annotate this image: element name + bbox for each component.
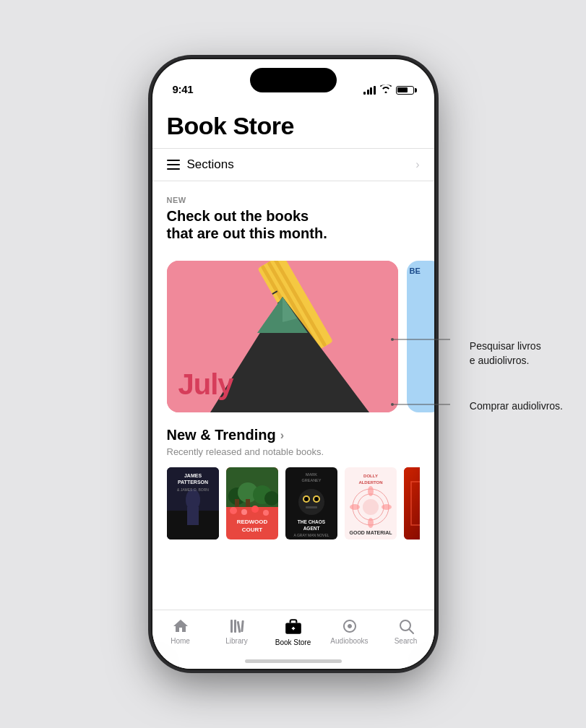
annotations-container: Pesquisar livros e audiolivros. Comprar …: [470, 339, 563, 414]
featured-card-july[interactable]: July: [167, 261, 398, 412]
annotation-text-2: Comprar audiolivros.: [470, 400, 563, 412]
svg-point-55: [350, 504, 360, 510]
svg-point-52: [363, 499, 379, 515]
annotation-text-1a: Pesquisar livros: [470, 339, 563, 354]
tab-library-label: Library: [225, 637, 248, 645]
svg-point-54: [368, 518, 374, 528]
svg-text:A GRAY MAN NOVEL: A GRAY MAN NOVEL: [293, 533, 329, 537]
book-cover-2[interactable]: REDWOOD COURT: [226, 467, 278, 540]
trending-subtitle: Recently released and notable books.: [167, 446, 420, 457]
featured-section: NEW Check out the booksthat are out this…: [152, 181, 434, 261]
svg-point-68: [348, 625, 350, 628]
library-icon: [228, 618, 246, 635]
tab-audiobooks-label: Audiobooks: [330, 637, 368, 645]
tab-search-label: Search: [395, 637, 418, 645]
book-cover-5[interactable]: [404, 467, 420, 540]
hamburger-icon: [167, 160, 180, 170]
svg-rect-28: [246, 499, 250, 507]
book-cover-3[interactable]: MARK GREANEY THE CHAOS AGENT A GRAY MAN: [285, 467, 337, 540]
featured-tag: NEW: [167, 196, 420, 204]
wifi-icon: [380, 84, 392, 95]
audiobooks-icon: [341, 618, 358, 635]
bookstore-icon: [284, 618, 303, 636]
svg-point-32: [263, 510, 269, 516]
search-icon: [397, 618, 415, 635]
sections-chevron-icon: ›: [415, 158, 419, 171]
svg-rect-59: [404, 467, 420, 540]
svg-text:DOLLY: DOLLY: [363, 474, 378, 478]
svg-rect-43: [306, 506, 317, 508]
svg-point-29: [230, 507, 237, 514]
signal-icon: [363, 86, 376, 95]
svg-rect-27: [235, 499, 239, 507]
sections-row[interactable]: Sections ›: [152, 148, 434, 181]
second-card-tag: BE: [410, 266, 434, 275]
svg-point-38: [298, 489, 324, 515]
sections-label: Sections: [187, 157, 234, 172]
svg-text:GREANEY: GREANEY: [301, 478, 321, 482]
svg-text:PATTERSON: PATTERSON: [177, 480, 207, 485]
svg-point-30: [241, 509, 247, 515]
svg-rect-17: [187, 507, 199, 525]
svg-text:COURT: COURT: [241, 526, 262, 533]
featured-card-month-label: July: [178, 368, 233, 401]
annotation-text-1b: e audiolivros.: [470, 354, 563, 368]
page-header: Book Store: [152, 101, 434, 145]
trending-title: New & Trending: [167, 427, 276, 443]
battery-icon: [396, 86, 414, 95]
tab-bookstore[interactable]: Book Store: [268, 618, 319, 646]
trending-section: New & Trending › Recently released and n…: [152, 412, 434, 548]
home-icon: [172, 618, 189, 635]
svg-text:& JAMES O. BORN: & JAMES O. BORN: [177, 488, 209, 492]
svg-text:REDWOOD: REDWOOD: [236, 519, 267, 525]
svg-rect-64: [241, 620, 244, 632]
trending-header: New & Trending ›: [167, 427, 420, 443]
home-indicator: [245, 659, 342, 663]
svg-text:ALDERTON: ALDERTON: [358, 480, 382, 485]
status-icons: [363, 84, 414, 95]
svg-point-56: [382, 504, 392, 510]
trending-chevron-icon: ›: [280, 429, 284, 442]
svg-point-42: [314, 497, 319, 501]
tab-home[interactable]: Home: [155, 618, 206, 645]
tab-bookstore-label: Book Store: [275, 638, 311, 646]
svg-line-70: [409, 630, 413, 634]
annotation-2: Comprar audiolivros.: [470, 399, 563, 414]
sections-left: Sections: [167, 157, 234, 172]
card-carousel: July BE: [152, 261, 434, 412]
svg-rect-61: [230, 620, 233, 633]
page-title: Book Store: [167, 113, 420, 139]
tab-audiobooks[interactable]: Audiobooks: [324, 618, 375, 645]
dynamic-island: [250, 68, 337, 92]
tab-search[interactable]: Search: [381, 618, 431, 645]
tab-library[interactable]: Library: [212, 618, 262, 645]
book-cover-4[interactable]: DOLLY ALDERTON GOOD MATERIAL: [345, 467, 397, 540]
tab-home-label: Home: [171, 637, 190, 645]
svg-text:GOOD MATERIAL: GOOD MATERIAL: [349, 530, 392, 535]
book-cover-1[interactable]: JAMES PATTERSON & JAMES O. BORN: [167, 467, 219, 540]
featured-title: Check out the booksthat are out this mon…: [167, 207, 420, 242]
phone-frame: 9:41: [152, 59, 434, 669]
svg-text:AGENT: AGENT: [303, 526, 319, 531]
status-time: 9:41: [173, 83, 194, 95]
svg-text:JAMES: JAMES: [184, 473, 201, 478]
svg-rect-63: [236, 621, 241, 633]
svg-rect-62: [234, 620, 236, 633]
annotation-1: Pesquisar livros e audiolivros.: [470, 339, 563, 368]
svg-point-41: [304, 497, 309, 501]
svg-text:MARK: MARK: [306, 472, 317, 477]
featured-card-second[interactable]: BE: [407, 261, 434, 412]
book-covers-row: JAMES PATTERSON & JAMES O. BORN: [167, 467, 420, 540]
app-content: Book Store Sections › NEW Check out the …: [152, 101, 434, 610]
svg-point-31: [251, 506, 259, 513]
svg-text:THE CHAOS: THE CHAOS: [297, 519, 325, 524]
svg-point-53: [368, 486, 374, 496]
